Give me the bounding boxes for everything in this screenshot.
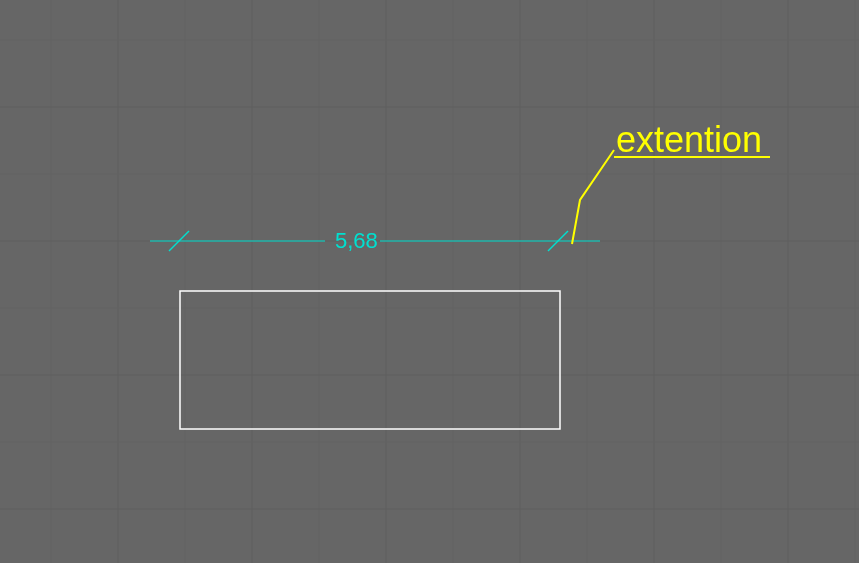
annotation-text: extention <box>616 119 762 160</box>
dimension[interactable]: 5,68 <box>150 228 600 253</box>
rectangle-shape[interactable] <box>180 291 560 429</box>
annotation-leader <box>572 150 614 244</box>
annotation[interactable]: extention <box>572 119 770 244</box>
drawing-svg: 5,68 extention <box>0 0 859 563</box>
cad-viewport[interactable]: 5,68 extention <box>0 0 859 563</box>
grid <box>0 0 859 563</box>
dimension-value: 5,68 <box>335 228 378 253</box>
